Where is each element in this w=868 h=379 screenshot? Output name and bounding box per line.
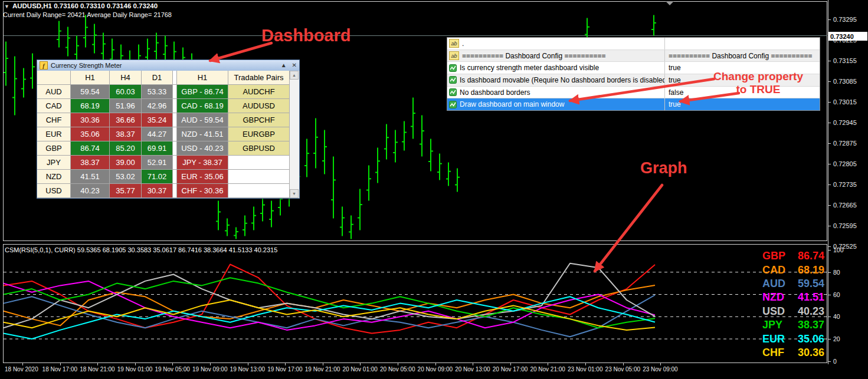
indicator-panel-border [4,245,827,363]
time-axis-label: 19 Nov 17:00 [267,366,303,373]
strength-lines [4,263,655,339]
legend-row-JPY: JPY38.37 [762,318,824,332]
price-tick-label: 0.73155 [833,57,857,64]
config-property-value[interactable]: ========== Dashboard Config ========== [665,50,820,62]
daily-range-info: Current Daily Range= 20421 Average Daily… [3,11,172,18]
time-axis-tick [60,363,61,365]
indicator-tick-dash [828,272,831,273]
price-tick-dash [828,226,831,226]
csm-window-title: Currency Strength Meter [51,62,276,69]
price-tick-label: 0.72595 [833,222,857,229]
tradable-pair-cell[interactable]: EURGBP [228,127,290,141]
column-header-H1: H1 [71,71,110,85]
column-divider [173,113,177,127]
column-header-divider [173,71,177,85]
price-tick-label: 0.72805 [833,160,857,167]
config-row[interactable]: ab. [447,38,820,50]
indicator-tick-dash [828,361,831,362]
string-param-icon: ab [449,39,459,48]
indicator-tick-label: 60 [833,291,840,298]
time-axis-label: 20 Nov 09:00 [418,366,453,373]
time-axis-label: 20 Nov 13:00 [455,366,490,373]
legend-row-NZD: NZD41.51 [762,291,824,304]
config-row[interactable]: Draw dashboard on main windowtrue [447,98,820,110]
strength-table: H1H4D1H1Tradable PairsAUD59.5460.0353.33… [37,71,290,198]
tradable-pair-cell[interactable]: AUDCHF [228,85,290,99]
column-divider [173,127,177,141]
price-axis-line [828,0,828,364]
close-icon[interactable]: ✕ [292,62,297,68]
indicator-tick-dash [828,250,831,251]
time-axis-label: 18 Nov 17:00 [42,366,78,373]
time-axis-tick [660,363,661,365]
symbol-dropdown-icon: ▼ [4,4,9,9]
strength-value-h4: 39.00 [110,156,142,170]
time-axis-label: 20 Nov 01:00 [342,366,378,373]
price-tick-label: 0.73295 [833,16,857,23]
price-tick-label: 0.72875 [833,140,857,147]
time-axis-tick [135,363,136,365]
indicator-label: CSM(RSI(5,0,1), CURR) 59.5365 68.1905 30… [5,246,277,253]
column-header-H1: H1 [177,71,228,85]
annotation-change-property-line2: to TRUE [711,83,805,96]
price-tick-dash [828,143,831,144]
strength-value-h1: 30.36 [71,113,110,127]
strength-line-JPY [4,278,655,328]
chart-shift-marker-icon [666,1,674,5]
price-tick-dash [828,123,831,123]
config-property-name: Draw dashboard on main window [447,98,665,110]
tradable-pair-cell[interactable]: AUDUSD [228,99,290,113]
price-tick-label: 0.72665 [833,202,857,209]
column-divider [173,141,177,156]
config-property-value[interactable]: true [665,98,820,110]
config-property-text: Draw dashboard on main window [460,100,564,108]
chart-param-icon [449,76,457,84]
scroll-up-icon[interactable]: ▲ [290,71,299,80]
currency-label: CAD [37,99,71,113]
table-corner-cell [37,71,71,85]
strength-value-h1: 41.51 [71,170,110,184]
csm-scrollbar[interactable]: ▲ ▼ [289,71,299,198]
currency-label: NZD [37,170,71,184]
tradable-pair-cell[interactable] [228,170,290,184]
strength-value-h1: 68.19 [71,99,110,113]
strength-line-CAD [4,285,655,325]
time-axis-tick [473,363,473,365]
config-property-value[interactable] [665,38,820,50]
time-axis-label: 20 Nov 05:00 [380,366,415,373]
tradable-pair-cell[interactable] [228,184,290,198]
scroll-down-icon[interactable]: ▼ [290,189,299,198]
price-tick-label: 0.73085 [833,78,857,85]
symbol-info-text: AUDUSD,H1 0.73160 0.73310 0.73146 0.7324… [12,2,158,9]
currency-label: EUR [37,127,71,141]
config-property-text: Is currency strength meter dashboard vis… [460,64,599,72]
tradable-pair-cell[interactable]: GBPUSD [228,141,290,156]
time-axis-tick [285,363,286,365]
column-divider [173,85,177,99]
strength-value-d1: 44.27 [142,127,173,141]
price-tick-label: 0.72735 [833,181,857,188]
time-axis-label: 20 Nov 21:00 [530,366,565,373]
config-property-name: Is dashboard movable (Require No dashboa… [447,74,665,86]
config-row[interactable]: ab========== Dashboard Config ==========… [447,50,820,62]
column-header-D1: D1 [142,71,173,85]
indicator-tick-dash [828,295,831,295]
column-header-H4: H4 [110,71,142,85]
time-axis-label: 18 Nov 21:00 [80,366,115,373]
legend-value: 41.51 [798,291,824,304]
indicator-f-icon: f [40,61,48,70]
annotation-graph: Graph [640,159,687,177]
config-property-text: . [462,39,464,48]
csm-title-bar[interactable]: f Currency Strength Meter ▲ ✕ [37,60,299,71]
config-property-name: ab. [447,38,665,50]
minimize-icon[interactable]: ▲ [281,62,287,68]
time-axis-tick [435,363,436,365]
ranked-pair-cell: CAD - 68.19 [177,99,228,113]
tradable-pair-cell[interactable]: GBPCHF [228,113,290,127]
legend-value: 38.37 [798,319,824,331]
legend-code: JPY [762,319,782,331]
strength-value-h4: 38.37 [110,127,142,141]
currency-label: CHF [37,113,71,127]
strength-value-h4: 36.66 [110,113,142,127]
tradable-pair-cell[interactable] [228,156,290,170]
